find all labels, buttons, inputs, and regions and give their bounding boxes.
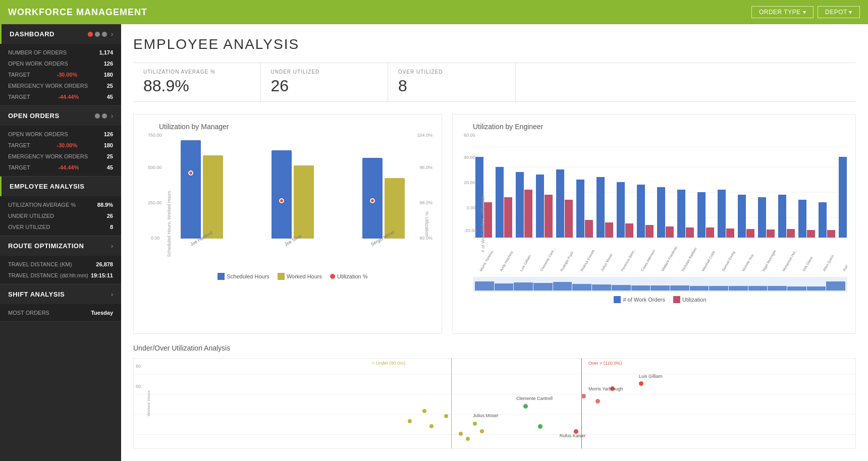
svg-rect-20	[625, 223, 633, 238]
bar-group-joe-hartford: Joe Hartford	[164, 140, 240, 248]
eng-y-60: 60.00	[464, 133, 475, 138]
eng-y-40: 40.00	[464, 155, 475, 160]
sidebar-item-shift[interactable]: SHIFT ANALYSIS ›	[0, 284, 121, 304]
stat-over-util: OVER UTILIZED 8	[0, 221, 121, 233]
depot-button[interactable]: DEPOT ▾	[818, 6, 860, 18]
scatter-dot-luis	[639, 381, 643, 386]
chart-manager-legend: Scheduled Hours Worked Hours Utilization…	[159, 273, 426, 280]
scatter-dot-3	[429, 424, 433, 428]
stat-oo-emerg-target: TARGET -44.44% 45	[0, 162, 121, 173]
svg-rect-12	[545, 195, 553, 238]
y-label-60: 60	[136, 384, 141, 389]
y-label-80: 80	[136, 364, 141, 369]
sidebar-section-dashboard: DASHBOARD › NUMBER OF ORDERS 1,174 OPEN	[0, 24, 121, 106]
svg-text:Florencio Bent...: Florencio Bent...	[620, 248, 636, 272]
bar-hartford-yellow	[203, 155, 223, 239]
kpi-under-label: UNDER UTILIZED	[271, 69, 378, 75]
svg-text:Samuel Ewing: Samuel Ewing	[721, 251, 736, 272]
svg-rect-11	[536, 175, 544, 238]
scatter-label-clemente: Clemente Cantrell	[516, 396, 553, 401]
nav-dots-dashboard	[88, 32, 107, 37]
svg-rect-39	[819, 202, 827, 238]
scatter-dot-4	[444, 414, 448, 418]
route-stats: TRAVEL DISTANCE (KM) 26,878 TRAVEL DISTA…	[0, 256, 121, 284]
over-line-label: Over > (110.0%)	[588, 361, 622, 366]
sidebar-section-shift: SHIFT ANALYSIS › MOST ORDERS Tuesday	[0, 284, 121, 322]
svg-text:Casey Atkinson: Casey Atkinson	[640, 249, 656, 272]
bar-silva-yellow	[294, 165, 314, 239]
bar-group-joe-silva: Joe Silva	[255, 150, 331, 248]
page-title: EMPLOYEE ANALYSIS	[133, 36, 856, 52]
svg-rect-28	[706, 227, 714, 238]
header-actions: ORDER TYPE ▾ DEPOT ▾	[751, 6, 860, 18]
svg-rect-18	[605, 222, 613, 238]
svg-text:Nicholas Baldwin: Nicholas Baldwin	[681, 247, 697, 272]
svg-rect-21	[637, 185, 645, 238]
dot-oo-2	[102, 113, 107, 119]
svg-rect-24	[666, 226, 674, 238]
svg-rect-19	[617, 182, 625, 238]
chart-engineer-title: Utilization by Engineer	[473, 123, 847, 131]
svg-text:Clemente Cant...: Clemente Cant...	[539, 247, 556, 272]
svg-text:Andy Hutchins: Andy Hutchins	[499, 250, 514, 272]
svg-rect-30	[726, 228, 734, 238]
legend-dot-red	[330, 274, 335, 279]
legend-utilization: Utilization %	[330, 273, 368, 279]
employee-stats: UTILIZATION AVERAGE % 88.9% UNDER UTILIZ…	[0, 196, 121, 236]
svg-text:Luis Gilliam: Luis Gilliam	[519, 254, 531, 272]
scatter-y-label: Worked Hours	[146, 391, 151, 417]
y-tick-88: 88.0%	[419, 200, 432, 205]
stat-num-orders: NUMBER OF ORDERS 1,174	[0, 47, 121, 58]
svg-rect-25	[677, 190, 685, 238]
sidebar-item-route[interactable]: ROUTE OPTIMIZATION ›	[0, 236, 121, 256]
stat-open-orders-target: TARGET -30.00% 180	[0, 69, 121, 80]
y-tick-104: 104.0%	[417, 133, 432, 138]
app-header: WORKFORCE MANAGEMENT ORDER TYPE ▾ DEPOT …	[0, 0, 868, 24]
legend-scheduled: Scheduled Hours	[218, 273, 269, 280]
scatter-label-rufus: Rufus Kaiser	[560, 433, 586, 438]
chart-engineer: Utilization by Engineer # of Work Orders…	[452, 114, 856, 334]
dot-gray-1	[95, 32, 100, 37]
svg-rect-7	[496, 167, 504, 238]
stat-oo-target: TARGET -30.00% 180	[0, 140, 121, 151]
stat-open-orders-label: OPEN WORK ORDERS 126	[0, 58, 121, 69]
svg-rect-35	[778, 195, 786, 238]
sidebar-item-employee[interactable]: EMPLOYEE ANALYSIS	[0, 177, 121, 196]
y-tick-96: 96.0%	[419, 165, 432, 170]
order-type-button[interactable]: ORDER TYPE ▾	[751, 6, 813, 18]
dot-hartford	[188, 170, 193, 176]
stat-oo-label: OPEN WORK ORDERS 126	[0, 129, 121, 140]
svg-rect-17	[596, 177, 605, 238]
under-line	[451, 359, 452, 448]
svg-rect-22	[645, 225, 654, 238]
sidebar-item-open-orders[interactable]: OPEN ORDERS ›	[0, 106, 121, 126]
engineer-minimap[interactable]	[473, 277, 847, 292]
chevron-icon-shift: ›	[111, 291, 113, 298]
legend-box-blue	[218, 273, 225, 280]
svg-text:Marshall Cobb: Marshall Cobb	[701, 250, 716, 272]
svg-text:Nigel McKnight: Nigel McKnight	[762, 250, 777, 272]
engineer-legend: # of Work Orders Utilization	[473, 296, 847, 303]
sidebar-section-route: ROUTE OPTIMIZATION › TRAVEL DISTANCE (KM…	[0, 236, 121, 284]
stat-emerg-target: TARGET -44.44% 45	[0, 91, 121, 102]
under-line-label: < Under (90.0%)	[372, 361, 405, 366]
stat-most-orders: MOST ORDERS Tuesday	[0, 307, 121, 318]
kpi-over: OVER UTILIZED 8	[388, 63, 516, 101]
chevron-icon-route: ›	[111, 243, 113, 250]
sidebar-item-dashboard[interactable]: DASHBOARD ›	[0, 24, 121, 44]
scatter-dot-over-1	[581, 394, 586, 398]
svg-text:Alton Quinn: Alton Quinn	[822, 254, 835, 272]
utilization-section: Under/Over Utilization Analysis 80 60 < …	[133, 344, 856, 459]
svg-rect-29	[718, 190, 726, 238]
y-tick-750: 750.00	[148, 133, 162, 138]
svg-text:Mohamed Hol...: Mohamed Hol...	[782, 249, 797, 272]
kpi-under: UNDER UTILIZED 26	[261, 63, 389, 101]
dashboard-stats: NUMBER OF ORDERS 1,174 OPEN WORK ORDERS …	[0, 44, 121, 105]
shift-stats: MOST ORDERS Tuesday	[0, 304, 121, 321]
kpi-util-value: 88.9%	[143, 77, 250, 95]
eng-y-20: 20.00	[464, 180, 475, 185]
stat-emerg-orders: EMERGENCY WORK ORDERS 25	[0, 80, 121, 91]
scatter-dot-green-2	[538, 424, 542, 429]
y-tick-500: 500.00	[148, 165, 162, 170]
legend-worked: Worked Hours	[278, 273, 322, 280]
